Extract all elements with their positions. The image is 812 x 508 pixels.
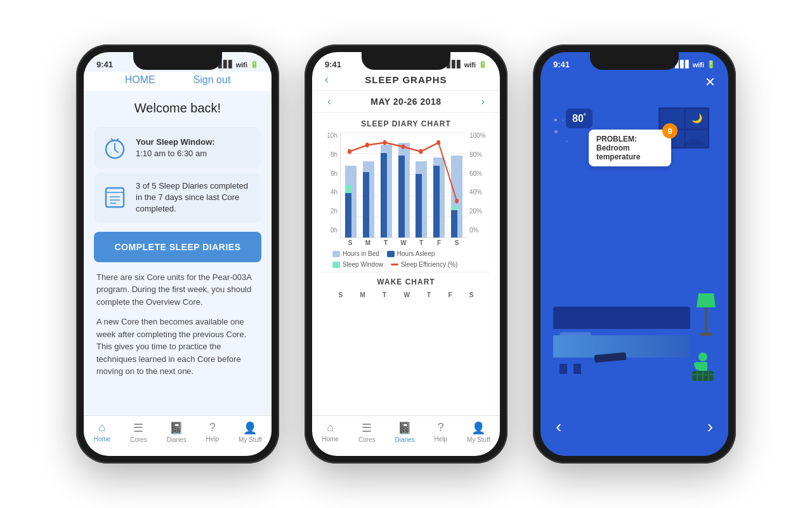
mystuff-label-2: My Stuff bbox=[467, 436, 490, 443]
status-time-3: 9:41 bbox=[553, 60, 570, 69]
phone2-nav-home[interactable]: ⌂ Home bbox=[322, 421, 339, 443]
phone2-bottom-nav: ⌂ Home ☰ Cores 📓 Diaries ? Help 👤 My bbox=[312, 415, 500, 456]
status-icons-2: ▋▋▋ wifi 🔋 bbox=[447, 60, 487, 69]
home-icon-2: ⌂ bbox=[327, 421, 334, 434]
bed bbox=[553, 307, 690, 374]
cores-icon: ☰ bbox=[133, 421, 143, 435]
mystuff-icon: 👤 bbox=[243, 421, 257, 435]
lamp-base bbox=[700, 333, 712, 336]
wifi-icon: wifi bbox=[236, 61, 247, 69]
laundry-basket bbox=[687, 351, 719, 387]
wake-chart-title: WAKE CHART bbox=[322, 272, 490, 289]
y-axis-right: 100% 80% 60% 40% 20% 0% bbox=[467, 132, 490, 246]
prev-button[interactable]: ‹ bbox=[556, 417, 561, 437]
problem-label: PROBLEM: Bedroom temperature bbox=[596, 135, 640, 161]
mystuff-icon-2: 👤 bbox=[471, 421, 485, 435]
bottom-nav-help[interactable]: ? Help bbox=[206, 421, 219, 443]
status-time-2: 9:41 bbox=[325, 60, 341, 69]
bar-wed bbox=[396, 132, 412, 237]
day-m: M bbox=[360, 239, 376, 246]
week-label: MAY 20-26 2018 bbox=[370, 97, 441, 107]
cores-label-2: Cores bbox=[358, 436, 376, 443]
chart-grid bbox=[340, 132, 467, 238]
wake-day-s2: S bbox=[469, 291, 474, 298]
sleep-window-label: Your Sleep Window: bbox=[136, 137, 215, 148]
day-s2: S bbox=[449, 239, 464, 246]
status-time-1: 9:41 bbox=[96, 60, 113, 69]
help-icon: ? bbox=[209, 421, 216, 434]
day-t1: T bbox=[378, 239, 393, 246]
complete-sleep-diaries-button[interactable]: COMPLETE SLEEP DIARIES bbox=[94, 232, 261, 262]
sleep-window-card: Your Sleep Window: 1:10 am to 6:30 am bbox=[94, 127, 261, 169]
lamp-body bbox=[705, 307, 707, 333]
body-text-1: There are six Core units for the Pear-00… bbox=[84, 271, 272, 309]
phone2-nav-diaries[interactable]: 📓 Diaries bbox=[395, 421, 415, 443]
moon-icon: 🌙 bbox=[691, 113, 702, 123]
back-button[interactable]: ‹ bbox=[325, 73, 329, 86]
phone1-top-nav: HOME Sign out bbox=[84, 72, 272, 91]
svg-line-2 bbox=[115, 150, 118, 152]
home-icon: ⌂ bbox=[98, 421, 105, 434]
home-label-2: Home bbox=[322, 436, 339, 443]
phone1-bottom-nav: ⌂ Home ☰ Cores 📓 Diaries ? Help 👤 My bbox=[84, 415, 272, 456]
wake-days-row: S M T W T F S bbox=[312, 289, 500, 301]
bar-tue bbox=[379, 132, 394, 237]
phone2-nav-cores[interactable]: ☰ Cores bbox=[358, 421, 376, 443]
diary-icon bbox=[102, 184, 128, 211]
prev-week-button[interactable]: ‹ bbox=[327, 96, 331, 107]
bedroom-scene: 80° 🌙 PROBLE bbox=[540, 95, 728, 412]
phone2-nav-mystuff[interactable]: 👤 My Stuff bbox=[467, 421, 490, 443]
phone2-nav-help[interactable]: ? Help bbox=[435, 421, 448, 443]
wake-day-w: W bbox=[403, 291, 409, 298]
wake-day-s1: S bbox=[339, 291, 343, 298]
nav-home[interactable]: HOME bbox=[125, 74, 155, 86]
help-label-2: Help bbox=[435, 436, 448, 443]
mystuff-label: My Stuff bbox=[239, 436, 262, 443]
notch-2 bbox=[362, 52, 450, 70]
diaries-label: Diaries bbox=[167, 436, 187, 443]
bed-leg-right bbox=[573, 364, 581, 374]
graph-title: SLEEP GRAPHS bbox=[365, 74, 447, 85]
y-axis-left: 10h 8h 6h 4h 2h 0h bbox=[322, 132, 340, 246]
day-t2: T bbox=[414, 239, 429, 246]
phone-2: 9:41 ▋▋▋ wifi 🔋 ‹ SLEEP GRAPHS ‹ MAY 20-… bbox=[304, 44, 508, 464]
day-s1: S bbox=[343, 239, 358, 246]
bottom-nav-cores[interactable]: ☰ Cores bbox=[130, 421, 147, 443]
temp-value: 80 bbox=[572, 113, 584, 124]
phone-1: 9:41 ▋▋▋ wifi 🔋 HOME Sign out Welcome ba… bbox=[76, 44, 279, 464]
day-w: W bbox=[396, 239, 411, 246]
next-week-button[interactable]: › bbox=[481, 96, 485, 107]
bottom-nav-diaries[interactable]: 📓 Diaries bbox=[167, 421, 187, 443]
diaries-card: 3 of 5 Sleep Diaries completed in the 7 … bbox=[94, 173, 261, 223]
temperature-display: 80° bbox=[566, 109, 593, 128]
legend-sleep-window: Sleep Window bbox=[332, 261, 383, 268]
bottom-nav-home[interactable]: ⌂ Home bbox=[93, 421, 110, 443]
phone3-bottom-nav: ‹ › bbox=[540, 406, 728, 456]
bed-leg-left bbox=[560, 364, 567, 374]
bar-sat bbox=[449, 132, 464, 237]
battery-icon-2: 🔋 bbox=[478, 60, 487, 69]
wifi-icon-3: wifi bbox=[693, 61, 704, 69]
home-label: Home bbox=[93, 436, 110, 443]
phone-3: 9:41 ▋▋▋ wifi 🔋 ✕ bbox=[533, 44, 736, 464]
legend-hours-in-bed: Hours in Bed bbox=[332, 250, 379, 257]
day-f: F bbox=[431, 239, 447, 246]
nav-signout[interactable]: Sign out bbox=[193, 74, 231, 86]
chart-section: SLEEP DIARY CHART 10h 8h 6h 4h 2h 0h bbox=[312, 113, 500, 272]
diaries-label-2: Diaries bbox=[395, 436, 415, 443]
chart-area: 10h 8h 6h 4h 2h 0h bbox=[322, 132, 490, 246]
chart-main: S M T W T F S bbox=[340, 132, 467, 246]
legend-efficiency: Sleep Efficiency (%) bbox=[391, 261, 457, 268]
sleep-window-time: 1:10 am to 6:30 am bbox=[136, 149, 207, 158]
body-text-2: A new Core then becomes available one we… bbox=[84, 316, 272, 378]
cores-icon-2: ☰ bbox=[362, 421, 372, 435]
svg-point-19 bbox=[698, 352, 707, 361]
notch-3 bbox=[590, 52, 679, 70]
wake-day-f: F bbox=[448, 291, 452, 298]
svg-rect-5 bbox=[106, 188, 124, 207]
bottom-nav-mystuff[interactable]: 👤 My Stuff bbox=[239, 421, 262, 443]
diaries-text: 3 of 5 Sleep Diaries completed in the 7 … bbox=[136, 180, 254, 215]
close-button[interactable]: ✕ bbox=[705, 74, 716, 90]
problem-number: 9 bbox=[662, 123, 678, 138]
next-button[interactable]: › bbox=[707, 417, 713, 437]
